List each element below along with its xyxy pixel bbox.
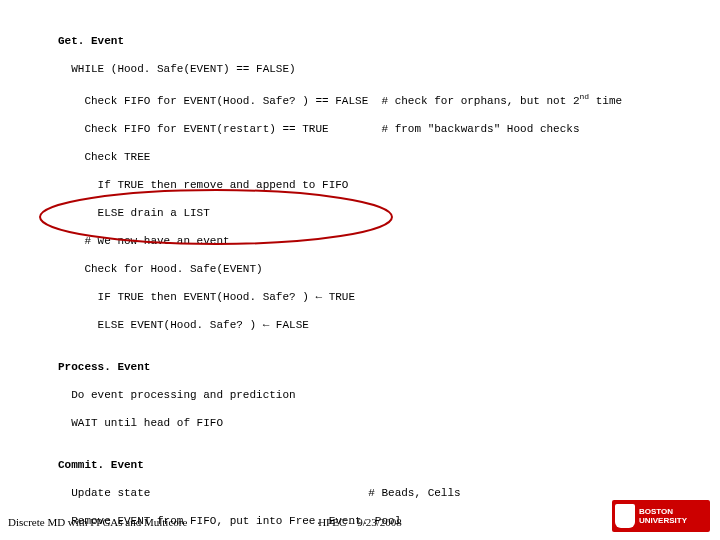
ge-l9: IF TRUE then EVENT(Hood. Safe? ) ← TRUE — [58, 290, 622, 304]
process-event-title: Process. Event — [58, 360, 622, 374]
ge-l4: Check TREE — [58, 150, 622, 164]
logo-shield-icon — [615, 504, 635, 528]
pe-l2: WAIT until head of FIFO — [58, 416, 622, 430]
ge-l7: # we now have an event — [58, 234, 622, 248]
pe-l1: Do event processing and prediction — [58, 388, 622, 402]
ce-l1: Update state # Beads, Cells — [58, 486, 622, 500]
logo-line1: BOSTON — [639, 507, 687, 516]
ge-l2: Check FIFO for EVENT(Hood. Safe? ) == FA… — [58, 90, 622, 108]
ge-l8: Check for Hood. Safe(EVENT) — [58, 262, 622, 276]
logo-line2: UNIVERSITY — [639, 516, 687, 525]
ge-l2b: time — [589, 95, 622, 107]
ge-l6: ELSE drain a LIST — [58, 206, 622, 220]
main-content: Get. Event WHILE (Hood. Safe(EVENT) == F… — [58, 20, 622, 540]
ge-l1: WHILE (Hood. Safe(EVENT) == FALSE) — [58, 62, 622, 76]
university-logo: BOSTON UNIVERSITY — [612, 500, 710, 532]
ge-l10: ELSE EVENT(Hood. Safe? ) ← FALSE — [58, 318, 622, 332]
ge-l2a: Check FIFO for EVENT(Hood. Safe? ) == FA… — [58, 95, 580, 107]
ge-l5: If TRUE then remove and append to FIFO — [58, 178, 622, 192]
ge-l3: Check FIFO for EVENT(restart) == TRUE # … — [58, 122, 622, 136]
ge-l2sup: nd — [580, 92, 590, 101]
commit-event-title: Commit. Event — [58, 458, 622, 472]
get-event-title: Get. Event — [58, 34, 622, 48]
logo-text: BOSTON UNIVERSITY — [639, 507, 687, 525]
